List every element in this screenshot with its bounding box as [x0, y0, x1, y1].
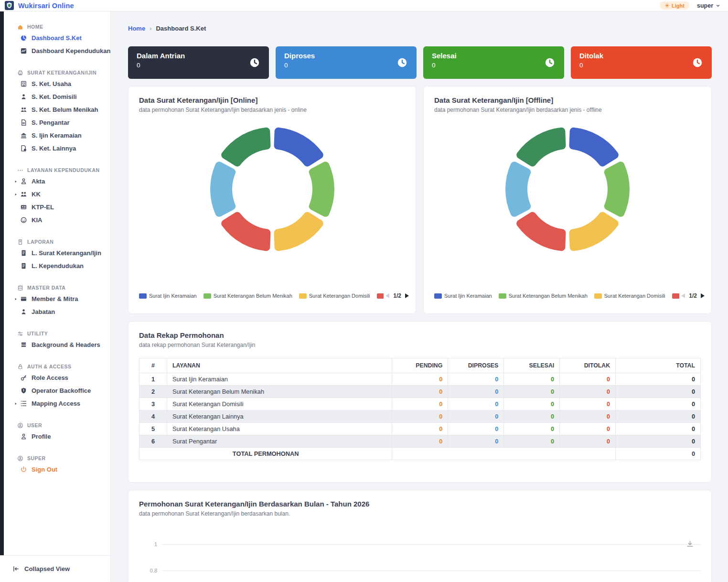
- legend-item-surat-ijin-keramaian[interactable]: Surat Ijin Keramaian: [434, 293, 492, 299]
- building-icon: [20, 80, 27, 87]
- app-logo-image[interactable]: [5, 1, 14, 10]
- diproses-cell: 0: [448, 373, 504, 386]
- donut-svg: [503, 125, 632, 254]
- column-header-ditolak: DITOLAK: [560, 358, 616, 373]
- donut-segment-surat-keterangan-domisili[interactable]: [274, 212, 323, 251]
- prev-page-icon[interactable]: [385, 293, 389, 298]
- table-row-surat-keterangan-belum-menikah: 2Surat Keterangan Belum Menikah00000: [139, 386, 701, 398]
- people-icon: [20, 106, 27, 113]
- donut-offline-title: Data Surat Keterangan/Ijin [Offline]: [434, 96, 701, 104]
- donut-segment-surat-keterangan-usaha[interactable]: [505, 162, 531, 216]
- card-icon: [20, 295, 27, 302]
- stat-card-label: Dalam Antrian: [137, 52, 260, 60]
- diproses-cell: 0: [448, 423, 504, 435]
- collapse-view-button[interactable]: Collapsed View: [0, 555, 110, 582]
- prev-page-icon[interactable]: [681, 293, 685, 298]
- sidebar-item-s-pengantar[interactable]: S. Pengantar: [0, 116, 110, 129]
- report-doc-icon: [20, 249, 27, 257]
- pending-cell: 0: [392, 398, 448, 410]
- stat-card-value: 0: [137, 62, 260, 69]
- sidebar-item-profile[interactable]: Profile: [0, 430, 110, 443]
- document-badge-icon: [20, 145, 27, 152]
- donut-segment-surat-keterangan-usaha[interactable]: [210, 162, 235, 216]
- pending-cell: 0: [392, 410, 448, 423]
- monthly-chart-card: Permohonan Surat Keterangan/Ijin Berdasa…: [128, 490, 712, 582]
- stat-card-selesai: Selesai0: [423, 46, 564, 79]
- sidebar-section-laporan: LAPORAN: [0, 237, 110, 247]
- legend-swatch: [434, 293, 442, 299]
- stat-card-value: 0: [284, 62, 408, 69]
- stat-card-diproses: Diproses0: [276, 46, 417, 79]
- diproses-cell: 0: [448, 435, 504, 448]
- legend-item-surat-keterangan-lainnya[interactable]: Surat Keterangan Lainnya: [672, 293, 680, 299]
- donut-segment-surat-pengantar[interactable]: [221, 128, 270, 167]
- column-header-pending: PENDING: [392, 358, 448, 373]
- table-footer-row: TOTAL PERMOHONAN 0: [139, 448, 701, 460]
- table-row-surat-keterangan-usaha: 5Surat Keterangan Usaha00000: [139, 423, 701, 435]
- download-icon[interactable]: [686, 540, 694, 548]
- legend-item-surat-keterangan-belum-menikah[interactable]: Surat Keterangan Belum Menikah: [499, 293, 588, 299]
- legend-item-surat-keterangan-domisili[interactable]: Surat Keterangan Domisili: [594, 293, 665, 299]
- sidebar-item-s-ket-usaha[interactable]: S. Ket. Usaha: [0, 77, 110, 90]
- sidebar-item-s-ijin-keramaian[interactable]: S. Ijin Keramaian: [0, 129, 110, 142]
- next-page-icon[interactable]: [701, 293, 705, 298]
- donut-segment-surat-keterangan-lainnya[interactable]: [516, 212, 566, 251]
- sidebar-item-ktp-el[interactable]: KTP-EL: [0, 201, 110, 214]
- sidebar-item-member-mitra[interactable]: Member & Mitra: [0, 292, 110, 305]
- donut-segment-surat-ijin-keramaian[interactable]: [569, 128, 619, 167]
- sidebar-item-mapping-access[interactable]: Mapping Access: [0, 397, 110, 410]
- sidebar-item-sign-out[interactable]: Sign Out: [0, 463, 110, 476]
- legend-pager: 1/2: [681, 292, 705, 299]
- sidebar-item-s-ket-lainnya[interactable]: S. Ket. Lainnya: [0, 142, 110, 155]
- donut-segment-surat-pengantar[interactable]: [516, 128, 566, 167]
- total-cell: 0: [616, 373, 701, 386]
- legend-item-surat-keterangan-lainnya[interactable]: Surat Keterangan Lainnya: [377, 293, 384, 299]
- sidebar-item-kk[interactable]: KK: [0, 188, 110, 201]
- person-badge-icon: [20, 308, 27, 315]
- sidebar-item-s-ket-domisili[interactable]: S. Ket. Domisili: [0, 90, 110, 103]
- donut-segment-surat-keterangan-belum-menikah[interactable]: [604, 162, 630, 216]
- legend-item-surat-keterangan-domisili[interactable]: Surat Keterangan Domisili: [299, 293, 370, 299]
- donut-legend-offline: Surat Ijin KeramaianSurat Keterangan Bel…: [434, 289, 705, 302]
- sidebar-scrollbar[interactable]: [0, 11, 4, 555]
- diproses-cell: 0: [448, 398, 504, 410]
- breadcrumb-home-link[interactable]: Home: [128, 25, 145, 32]
- legend-item-surat-keterangan-belum-menikah[interactable]: Surat Keterangan Belum Menikah: [203, 293, 292, 299]
- sidebar: HOMEDashboard S.KetDashboard Kependuduka…: [0, 11, 111, 582]
- legend-swatch: [299, 293, 307, 299]
- next-page-icon[interactable]: [405, 293, 409, 298]
- sidebar-item-akta[interactable]: Akta: [0, 175, 110, 188]
- total-cell: 0: [616, 435, 701, 448]
- sidebar-item-l-surat-keterangan-ijin[interactable]: L. Surat Keterangan/Ijin: [0, 247, 110, 259]
- sidebar-item-role-access[interactable]: Role Access: [0, 371, 110, 384]
- donut-segment-surat-ijin-keramaian[interactable]: [274, 128, 323, 167]
- chevron-down-icon: [716, 3, 720, 8]
- clock-icon: [545, 57, 555, 68]
- selesai-cell: 0: [504, 410, 560, 423]
- sidebar-item-kia[interactable]: KIA: [0, 214, 110, 226]
- donut-segment-surat-keterangan-belum-menikah[interactable]: [309, 162, 334, 216]
- sidebar-section-home: HOME: [0, 22, 110, 32]
- legend-item-surat-ijin-keramaian[interactable]: Surat Ijin Keramaian: [139, 293, 197, 299]
- sidebar-item-dashboard-s-ket[interactable]: Dashboard S.Ket: [0, 32, 110, 44]
- donut-segment-surat-keterangan-domisili[interactable]: [569, 212, 619, 251]
- power-icon: [20, 466, 27, 473]
- pending-cell: 0: [392, 435, 448, 448]
- sidebar-item-background-headers[interactable]: Background & Headers: [0, 338, 110, 351]
- row-number: 4: [139, 410, 167, 423]
- selesai-cell: 0: [504, 398, 560, 410]
- sidebar-item-l-kependudukan[interactable]: L. Kependudukan: [0, 259, 110, 272]
- row-number: 2: [139, 386, 167, 398]
- user-menu[interactable]: super: [697, 2, 720, 9]
- ditolak-cell: 0: [560, 373, 616, 386]
- sidebar-item-jabatan[interactable]: Jabatan: [0, 305, 110, 318]
- donut-segment-surat-keterangan-lainnya[interactable]: [221, 212, 270, 251]
- sidebar-item-operator-backoffice[interactable]: Operator Backoffice: [0, 384, 110, 397]
- sidebar-item-dashboard-kependudukan[interactable]: Dashboard Kependudukan: [0, 44, 110, 57]
- top-header: Wukirsari Online Light super: [0, 0, 728, 11]
- grand-total-value: 0: [616, 448, 701, 460]
- bank-icon: [20, 132, 27, 139]
- theme-toggle-button[interactable]: Light: [660, 1, 689, 10]
- stat-card-value: 0: [579, 62, 703, 69]
- sidebar-item-s-ket-belum-menikah[interactable]: S. Ket. Belum Menikah: [0, 103, 110, 116]
